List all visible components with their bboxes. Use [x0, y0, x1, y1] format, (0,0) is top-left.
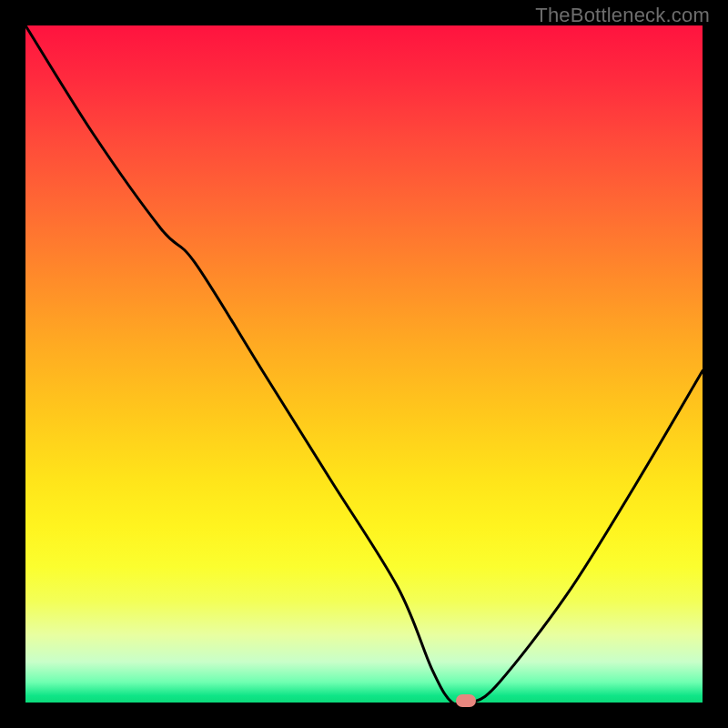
bottleneck-curve: [25, 25, 703, 703]
chart-frame: TheBottleneck.com: [0, 0, 728, 728]
optimum-marker: [456, 694, 476, 707]
plot-area: [25, 25, 703, 703]
watermark-text: TheBottleneck.com: [535, 4, 710, 27]
